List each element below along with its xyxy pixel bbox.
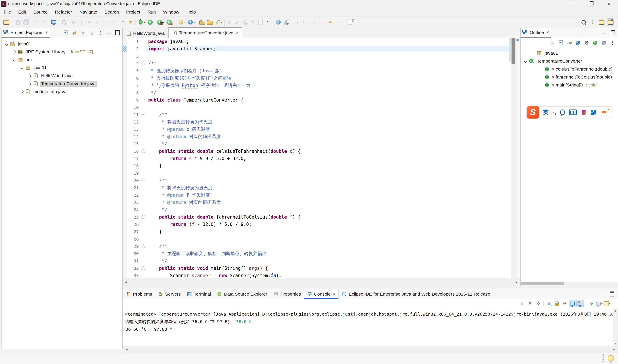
maximize-view-icon[interactable] — [609, 291, 615, 297]
scroll-lock-button[interactable] — [554, 300, 560, 307]
scroll-right-icon[interactable]: ▸ — [515, 280, 517, 284]
debug-button[interactable]: ▾ — [137, 19, 146, 26]
code-line-26[interactable]: 26 return (f - 32.0) * 5.0 / 9.0; — [123, 221, 509, 228]
back-history-button[interactable]: ← — [312, 19, 319, 26]
scroll-right-icon[interactable]: ▸ — [613, 347, 615, 351]
view-menu-icon[interactable] — [97, 30, 103, 36]
code-line-23[interactable]: 23 * @return 对应的摄氏温度 — [123, 199, 509, 206]
menu-navigate[interactable]: Navigate — [76, 8, 101, 16]
show-stderr-button[interactable] — [577, 300, 584, 307]
code-line-1[interactable]: 1package java01; — [123, 38, 509, 45]
menu-window[interactable]: Window — [159, 8, 183, 16]
remove-all-launches-button[interactable]: ×× — [534, 300, 541, 307]
code-line-10[interactable]: 10 — [123, 104, 509, 111]
hide-fields-icon[interactable]: F — [575, 40, 581, 46]
editor-tab-temperatureconverter-java[interactable]: JTemperatureConverter.java× — [168, 27, 242, 38]
code-line-29[interactable]: 29− /** — [123, 243, 509, 250]
code-line-11[interactable]: 11− /** — [123, 111, 509, 118]
explorer-item-java01[interactable]: Jjava01 — [1, 40, 122, 48]
chevron-right-icon[interactable] — [27, 75, 32, 77]
forward-history-button[interactable]: → — [320, 19, 326, 26]
fold-collapse-icon[interactable]: − — [142, 215, 145, 219]
outline-item-java01[interactable]: java01 — [521, 49, 618, 57]
explorer-item-jre-system-library[interactable]: JRE System Library[JavaSE-17] — [1, 48, 122, 56]
mark-element-button[interactable]: ▾ — [214, 19, 223, 26]
minimize-view-icon[interactable] — [600, 291, 606, 297]
menu-help[interactable]: Help — [183, 8, 199, 16]
menu-search[interactable]: Search — [101, 8, 123, 16]
use-step-filters-button[interactable]: ▼ — [127, 19, 134, 26]
punctuation-icon[interactable]: ·, — [553, 109, 556, 115]
skip-breakpoints-button[interactable]: ≡ — [119, 19, 126, 26]
sogou-logo-icon[interactable]: S — [527, 106, 539, 118]
fold-collapse-icon[interactable]: − — [142, 149, 145, 153]
editor-vertical-scrollbar[interactable] — [511, 38, 515, 278]
open-browser-button[interactable] — [275, 19, 282, 26]
close-tab-icon[interactable]: × — [333, 292, 335, 297]
fold-collapse-icon[interactable]: − — [142, 62, 145, 65]
view-menu-icon[interactable] — [610, 40, 615, 46]
outline-item-main-string-[interactable]: Smain(String[]) : void — [521, 81, 618, 89]
fold-collapse-icon[interactable]: − — [142, 266, 145, 270]
code-line-27[interactable]: 27 } — [123, 228, 509, 235]
word-wrap-button[interactable]: ↵ — [561, 300, 568, 307]
close-tab-icon[interactable]: × — [236, 30, 239, 35]
chevron-down-icon[interactable] — [19, 67, 25, 69]
hide-local-types-icon[interactable]: L — [601, 40, 607, 46]
code-line-21[interactable]: 21 * 将华氏度转换为摄氏度 — [123, 184, 509, 192]
scroll-up-icon[interactable]: ▲ — [614, 309, 617, 312]
import-items-button[interactable] — [206, 19, 213, 26]
drag-handle-icon[interactable] — [603, 354, 604, 356]
code-line-22[interactable]: 22 * @param f 华氏温度 — [123, 192, 509, 199]
outline-horizontal-scrollbar[interactable] — [521, 282, 618, 286]
microphone-icon[interactable] — [560, 109, 565, 115]
menu-source[interactable]: Source — [30, 8, 52, 16]
restore-button[interactable] — [582, 0, 600, 8]
more-dots-button[interactable] — [589, 19, 596, 26]
code-line-6[interactable]: 6 * 支持摄氏度(C)与华氏度(F)之间互转 — [123, 74, 509, 82]
chevron-down-icon[interactable] — [523, 60, 528, 62]
coverage-button[interactable]: ▾ — [156, 19, 165, 26]
editor-horizontal-scrollbar[interactable]: ◂ ▸ — [123, 278, 520, 286]
run-secure-button[interactable]: ▾ — [166, 19, 174, 26]
outline-close-icon[interactable]: × — [547, 30, 549, 35]
maximize-view-icon[interactable] — [115, 30, 120, 36]
chevron-down-icon[interactable] — [11, 59, 17, 61]
scroll-left-icon[interactable]: ◂ — [125, 280, 127, 284]
explorer-item-module-info-java[interactable]: Jmodule-info.java — [1, 88, 122, 96]
code-line-7[interactable]: 7 * 与你提供的 Python 程序功能、逻辑完全一致 — [123, 82, 509, 89]
editor-tab-helloworld-java[interactable]: JHelloWorld.java — [123, 29, 168, 38]
fold-collapse-icon[interactable]: − — [142, 244, 145, 248]
open-folder-button[interactable] — [199, 19, 206, 26]
console-vertical-scrollbar[interactable]: ▲ ▼ — [613, 308, 618, 346]
code-line-33[interactable]: 33 Scanner scanner = new Scanner(System.… — [123, 272, 509, 278]
explorer-item-temperatureconverter-java[interactable]: JTemperatureConverter.java — [1, 80, 122, 88]
code-line-31[interactable]: 31 */ — [123, 257, 509, 265]
ime-language-mode[interactable]: 英 — [543, 109, 549, 116]
code-line-20[interactable]: 20− /** — [123, 177, 509, 184]
keyboard-icon[interactable] — [569, 109, 577, 115]
menu-edit[interactable]: Edit — [15, 8, 30, 16]
code-line-24[interactable]: 24 */ — [123, 206, 509, 213]
collapse-all-icon[interactable] — [63, 30, 69, 36]
web-service-button[interactable]: S▾ — [187, 19, 195, 26]
tips-lightbulb-icon[interactable] — [608, 355, 614, 362]
fold-collapse-icon[interactable]: − — [142, 179, 145, 182]
code-line-9[interactable]: 9public class TemperatureConverter { — [123, 96, 509, 104]
link-with-editor-icon[interactable]: ⇄ — [72, 30, 77, 36]
search-button[interactable] — [580, 19, 587, 26]
open-console-button[interactable]: ▾ — [604, 300, 610, 307]
code-line-12[interactable]: 12 * 将摄氏度转换为华氏度 — [123, 118, 509, 126]
explorer-item-src[interactable]: src — [1, 56, 122, 64]
new-wizard-button[interactable]: ▾ — [3, 19, 11, 26]
open-perspective-button[interactable] — [598, 19, 605, 26]
code-line-19[interactable]: 19 — [123, 169, 509, 177]
skin-icon[interactable] — [581, 110, 587, 115]
menu-file[interactable]: File — [0, 8, 15, 16]
bottom-tab-eclipse-ide-for-enterprise-java-and-web-[interactable]: iEclipse IDE for Enterprise Java and Web… — [338, 289, 493, 299]
overview-ruler[interactable] — [515, 38, 520, 278]
code-line-30[interactable]: 30 * 主逻辑：读取输入、解析、判断单位、转换并输出 — [123, 250, 509, 257]
java-perspective-button[interactable] — [607, 19, 614, 26]
next-annotation-button[interactable]: ↓▾ — [290, 19, 299, 26]
chevron-down-icon[interactable] — [4, 43, 9, 45]
